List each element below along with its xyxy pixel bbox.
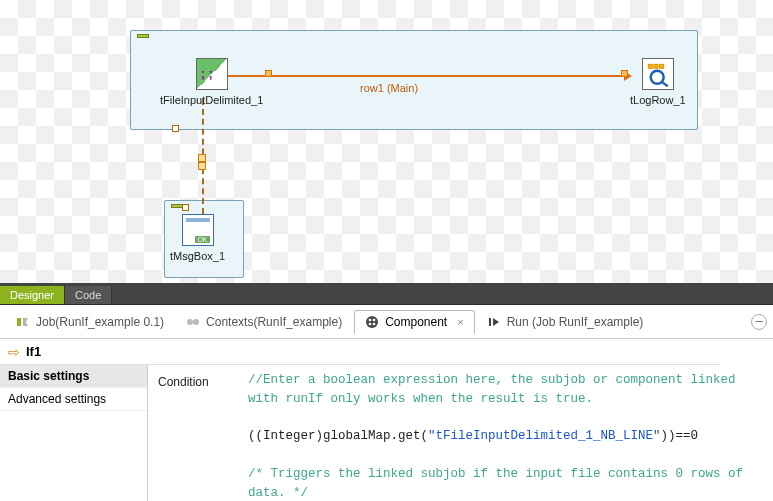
settings-form: Condition //Enter a boolean expression h…: [148, 365, 773, 501]
input-anchor[interactable]: [621, 70, 628, 77]
svg-rect-5: [17, 318, 21, 326]
tab-code[interactable]: Code: [65, 286, 112, 304]
tab-run[interactable]: Run (Job RunIf_example): [477, 311, 654, 333]
connection-row1-label: row1 (Main): [360, 82, 418, 94]
run-icon: [487, 315, 501, 329]
tab-label: Run (Job RunIf_example): [507, 315, 644, 329]
component-panel: Basic settings Advanced settings Conditi…: [0, 365, 773, 501]
close-icon[interactable]: ×: [457, 316, 463, 328]
connection-if-midpoint[interactable]: [198, 162, 206, 170]
tlogrow-icon: [642, 58, 674, 90]
svg-point-10: [373, 319, 376, 322]
svg-rect-1: [654, 64, 658, 68]
svg-line-4: [662, 82, 668, 86]
component-label: tMsgBox_1: [170, 250, 225, 262]
editor-mode-tabs: Designer Code: [0, 283, 773, 305]
contexts-icon: [186, 315, 200, 329]
arrow-icon: ⇨: [8, 344, 20, 360]
svg-point-12: [373, 323, 376, 326]
condition-code-input[interactable]: //Enter a boolean expression here, the s…: [248, 371, 763, 495]
component-header: ⇨ If1: [0, 339, 720, 365]
sidebar-item-basic[interactable]: Basic settings: [0, 365, 147, 388]
code-comment: //Enter a boolean expression here, the s…: [248, 373, 743, 406]
tab-job[interactable]: Job(RunIf_example 0.1): [6, 311, 174, 333]
code-expr-post: ))==0: [661, 429, 699, 443]
tab-contexts[interactable]: Contexts(RunIf_example): [176, 311, 352, 333]
trigger-input-anchor[interactable]: [182, 204, 189, 211]
tab-designer[interactable]: Designer: [0, 286, 65, 304]
component-tmsgbox[interactable]: tMsgBox_1: [170, 214, 225, 262]
views-tabs: Job(RunIf_example 0.1) Contexts(RunIf_ex…: [0, 305, 773, 339]
output-anchor[interactable]: [265, 70, 272, 77]
component-label: tLogRow_1: [630, 94, 686, 106]
svg-point-6: [187, 319, 193, 325]
condition-label: Condition: [158, 371, 228, 495]
tfileinputdelimited-icon: [196, 58, 228, 90]
component-tlogrow[interactable]: tLogRow_1: [630, 58, 686, 106]
minimize-view-button[interactable]: –: [751, 314, 767, 330]
connection-name: If1: [26, 344, 41, 359]
connection-row1[interactable]: [200, 75, 628, 77]
tab-label: Contexts(RunIf_example): [206, 315, 342, 329]
svg-point-8: [366, 316, 378, 328]
svg-rect-0: [648, 64, 652, 68]
tab-label: Component: [385, 315, 447, 329]
code-comment: /* Triggers the linked subjob if the inp…: [248, 467, 751, 500]
code-expr-str: "tFileInputDelimited_1_NB_LINE": [428, 429, 661, 443]
svg-point-11: [369, 323, 372, 326]
svg-point-3: [651, 71, 664, 84]
svg-point-7: [193, 319, 199, 325]
svg-point-9: [369, 319, 372, 322]
svg-rect-2: [659, 64, 663, 68]
sidebar-item-advanced[interactable]: Advanced settings: [0, 388, 147, 411]
component-icon: [365, 315, 379, 329]
tab-component[interactable]: Component ×: [354, 310, 474, 334]
svg-rect-13: [489, 318, 491, 326]
settings-sidebar: Basic settings Advanced settings: [0, 365, 148, 501]
tab-label: Job(RunIf_example 0.1): [36, 315, 164, 329]
tmsgbox-icon: [182, 214, 214, 246]
connection-if-midpoint[interactable]: [198, 154, 206, 162]
subjob-collapse-handle[interactable]: [137, 34, 149, 38]
design-canvas[interactable]: row1 (Main) tFileInputDelimited_1 tLogRo…: [0, 0, 773, 283]
job-icon: [16, 315, 30, 329]
component-label: tFileInputDelimited_1: [160, 94, 263, 106]
code-expr-pre: ((Integer)globalMap.get(: [248, 429, 428, 443]
component-tfileinputdelimited[interactable]: tFileInputDelimited_1: [160, 58, 263, 106]
trigger-anchor[interactable]: [172, 125, 179, 132]
